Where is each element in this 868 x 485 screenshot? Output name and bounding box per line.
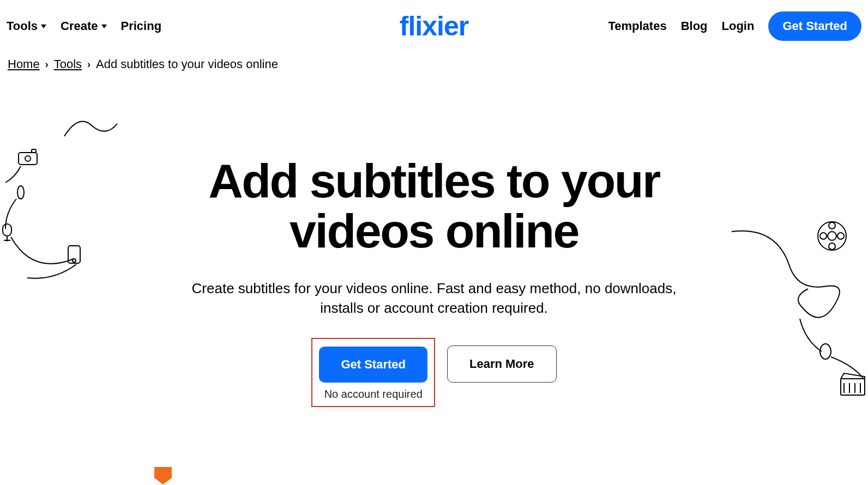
nav-login[interactable]: Login	[722, 19, 755, 33]
nav-left: Tools Create Pricing	[7, 19, 161, 33]
logo[interactable]: flixier	[400, 10, 468, 42]
nav-right: Templates Blog Login Get Started	[608, 11, 861, 41]
hero-section: Add subtitles to your videos online Crea…	[0, 71, 868, 407]
nav-pricing[interactable]: Pricing	[121, 19, 162, 33]
chevron-right-icon: ›	[87, 59, 91, 70]
nav-tools-label: Tools	[7, 19, 38, 33]
learn-more-button[interactable]: Learn More	[447, 345, 557, 383]
chevron-down-icon	[41, 25, 46, 28]
cta-row: Get Started No account required Learn Mo…	[0, 338, 868, 407]
nav-pricing-label: Pricing	[121, 19, 162, 33]
breadcrumb-current: Add subtitles to your videos online	[96, 57, 278, 71]
page-title: Add subtitles to your videos online	[189, 156, 679, 257]
nav-tools[interactable]: Tools	[7, 19, 46, 33]
highlight-box: Get Started No account required	[311, 338, 435, 407]
breadcrumb-home[interactable]: Home	[8, 57, 40, 71]
get-started-button[interactable]: Get Started	[319, 347, 427, 383]
marker-icon	[154, 467, 172, 485]
chevron-down-icon	[101, 25, 107, 28]
cta-hint: No account required	[324, 388, 423, 401]
get-started-button-header[interactable]: Get Started	[768, 11, 861, 41]
nav-create[interactable]: Create	[61, 19, 106, 33]
breadcrumb: Home › Tools › Add subtitles to your vid…	[0, 52, 868, 71]
breadcrumb-tools[interactable]: Tools	[54, 57, 82, 71]
nav-blog[interactable]: Blog	[681, 19, 708, 33]
nav-templates[interactable]: Templates	[608, 19, 666, 33]
nav-create-label: Create	[61, 19, 98, 33]
site-header: Tools Create Pricing flixier Templates B…	[0, 0, 868, 52]
page-subtitle: Create subtitles for your videos online.…	[183, 278, 685, 318]
chevron-right-icon: ›	[45, 59, 49, 70]
